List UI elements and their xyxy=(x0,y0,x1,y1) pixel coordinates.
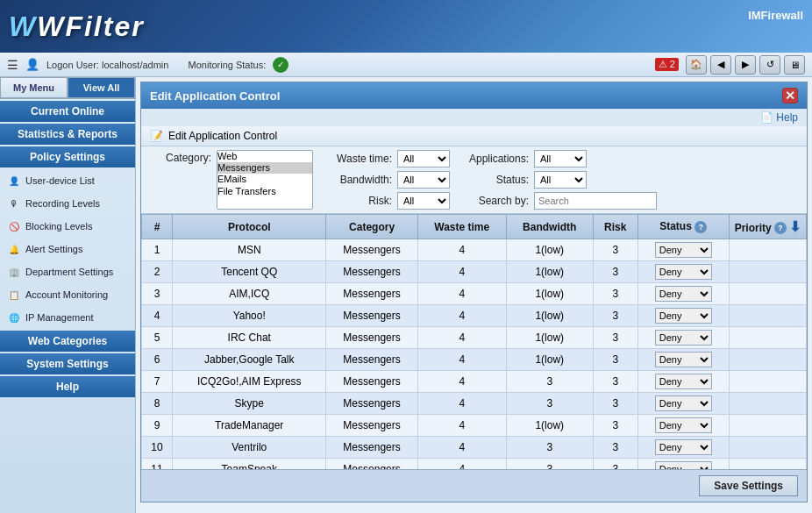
dialog-body: 📄 Help 📝 Edit Application Control Catego… xyxy=(141,109,807,502)
applications-select[interactable]: All xyxy=(534,150,587,167)
blocking-levels-label: Blocking Levels xyxy=(25,221,92,232)
sidebar-item-ip-management[interactable]: 🌐 IP Management xyxy=(0,306,135,329)
cell-status: AllowDenyMonitor xyxy=(637,327,729,349)
cell-bandwidth: 1(low) xyxy=(506,415,593,437)
cell-priority xyxy=(729,305,806,327)
status-help-icon[interactable]: ? xyxy=(694,221,707,233)
sidebar-item-blocking-levels[interactable]: 🚫 Blocking Levels xyxy=(0,215,135,238)
ip-management-label: IP Management xyxy=(25,312,93,323)
cell-protocol: MSN xyxy=(173,239,326,261)
row-status-select[interactable]: AllowDenyMonitor xyxy=(655,461,712,469)
monitoring-status-label: Monitoring Status: xyxy=(189,60,267,70)
row-status-select[interactable]: AllowDenyMonitor xyxy=(655,264,712,280)
warning-icon: ⚠ 2 xyxy=(655,58,679,71)
dialog-subheader: 📝 Edit Application Control xyxy=(141,126,807,146)
status-select[interactable]: All xyxy=(534,171,587,189)
cell-num: 11 xyxy=(142,459,173,470)
sidebar-tab-group: My Menu View All xyxy=(0,77,135,99)
category-label: Category: xyxy=(150,152,211,164)
cell-bandwidth: 3 xyxy=(506,437,593,459)
monitor-button[interactable]: 🖥 xyxy=(784,55,805,75)
waste-time-select[interactable]: All xyxy=(397,150,450,167)
cell-priority xyxy=(729,283,806,305)
table-row: 9 TradeManager Messengers 4 1(low) 3 All… xyxy=(142,415,807,437)
cell-waste-time: 4 xyxy=(417,239,506,261)
home-button[interactable]: 🏠 xyxy=(686,55,707,75)
status-label: Status: xyxy=(467,174,529,186)
sidebar-item-recording-levels[interactable]: 🎙 Recording Levels xyxy=(0,192,135,215)
col-waste-time: Waste time xyxy=(417,215,506,239)
sidebar-section-current-online[interactable]: Current Online xyxy=(0,101,135,122)
cell-bandwidth: 3 xyxy=(506,371,593,393)
table-row: 10 Ventrilo Messengers 4 3 3 AllowDenyMo… xyxy=(142,437,807,459)
category-option-web[interactable]: Web xyxy=(217,151,312,162)
col-status: Status ? xyxy=(637,215,729,239)
alert-icon: 🔔 xyxy=(7,242,21,256)
cell-status: AllowDenyMonitor xyxy=(637,415,729,437)
cell-risk: 3 xyxy=(593,437,637,459)
category-select[interactable]: Web Messengers EMails File Transfers xyxy=(217,150,313,210)
row-status-select[interactable]: AllowDenyMonitor xyxy=(655,417,712,433)
table-row: 2 Tencent QQ Messengers 4 1(low) 3 Allow… xyxy=(142,261,807,283)
sidebar-item-account-monitoring[interactable]: 📋 Account Monitoring xyxy=(0,283,135,306)
sidebar-item-department-settings[interactable]: 🏢 Department Settings xyxy=(0,260,135,283)
category-option-messengers[interactable]: Messengers xyxy=(217,162,312,174)
cell-risk: 3 xyxy=(593,283,637,305)
row-status-select[interactable]: AllowDenyMonitor xyxy=(655,242,712,258)
sidebar-item-user-device[interactable]: 👤 User-device List xyxy=(0,169,135,192)
sidebar-section-help[interactable]: Help xyxy=(0,376,135,397)
risk-select[interactable]: All xyxy=(397,192,450,210)
row-status-select[interactable]: AllowDenyMonitor xyxy=(655,308,712,324)
table-body: 1 MSN Messengers 4 1(low) 3 AllowDenyMon… xyxy=(142,239,807,470)
search-input[interactable] xyxy=(534,192,657,210)
risk-label: Risk: xyxy=(331,195,392,207)
sidebar-section-policy[interactable]: Policy Settings xyxy=(0,146,135,167)
table-row: 11 TeamSpeak Messengers 4 3 3 AllowDenyM… xyxy=(142,459,807,470)
logon-user-label: Logon User: localhost/admin xyxy=(46,60,168,70)
category-option-emails[interactable]: EMails xyxy=(217,174,312,185)
cell-risk: 3 xyxy=(593,371,637,393)
row-status-select[interactable]: AllowDenyMonitor xyxy=(655,286,712,302)
back-button[interactable]: ◀ xyxy=(710,55,731,75)
cell-risk: 3 xyxy=(593,327,637,349)
cell-priority xyxy=(729,349,806,371)
applications-label: Applications: xyxy=(467,153,529,165)
row-status-select[interactable]: AllowDenyMonitor xyxy=(655,439,712,455)
category-option-filetransfers[interactable]: File Transfers xyxy=(217,186,312,197)
help-link[interactable]: 📄 Help xyxy=(760,111,798,124)
col-priority: Priority ? ⬇ xyxy=(729,215,806,239)
app-header: WWFilter IMFirewall xyxy=(0,0,812,53)
col-num: # xyxy=(142,215,173,239)
edit-dialog: Edit Application Control ✕ 📄 Help 📝 Edit… xyxy=(140,82,808,502)
cell-num: 2 xyxy=(142,261,173,283)
dialog-header: Edit Application Control ✕ xyxy=(141,82,807,109)
sidebar-section-statistics[interactable]: Statistics & Reports xyxy=(0,124,135,145)
sort-down-icon[interactable]: ⬇ xyxy=(789,219,801,234)
row-status-select[interactable]: AllowDenyMonitor xyxy=(655,352,712,367)
row-status-select[interactable]: AllowDenyMonitor xyxy=(655,374,712,389)
cell-category: Messengers xyxy=(326,305,417,327)
sidebar-section-web-categories[interactable]: Web Categories xyxy=(0,331,135,352)
cell-waste-time: 4 xyxy=(417,327,506,349)
cell-protocol: TradeManager xyxy=(173,415,326,437)
applications-row: Applications: All xyxy=(467,150,657,167)
my-menu-tab[interactable]: My Menu xyxy=(0,77,68,98)
view-all-tab[interactable]: View All xyxy=(68,77,135,98)
row-status-select[interactable]: AllowDenyMonitor xyxy=(655,395,712,411)
ip-icon: 🌐 xyxy=(7,310,21,324)
sidebar-section-system-settings[interactable]: System Settings xyxy=(0,353,135,374)
refresh-button[interactable]: ↺ xyxy=(759,55,780,75)
table-row: 1 MSN Messengers 4 1(low) 3 AllowDenyMon… xyxy=(142,239,807,261)
dialog-close-button[interactable]: ✕ xyxy=(782,88,798,103)
help-row: 📄 Help xyxy=(141,109,807,126)
search-row: Search by: xyxy=(467,192,657,210)
forward-button[interactable]: ▶ xyxy=(735,55,756,75)
bandwidth-select[interactable]: All xyxy=(397,171,450,189)
cell-waste-time: 4 xyxy=(417,437,506,459)
cell-status: AllowDenyMonitor xyxy=(637,283,729,305)
sidebar-item-alert-settings[interactable]: 🔔 Alert Settings xyxy=(0,238,135,260)
row-status-select[interactable]: AllowDenyMonitor xyxy=(655,330,712,346)
save-settings-button[interactable]: Save Settings xyxy=(699,475,798,496)
cell-num: 8 xyxy=(142,393,173,415)
priority-help-icon[interactable]: ? xyxy=(774,222,787,234)
